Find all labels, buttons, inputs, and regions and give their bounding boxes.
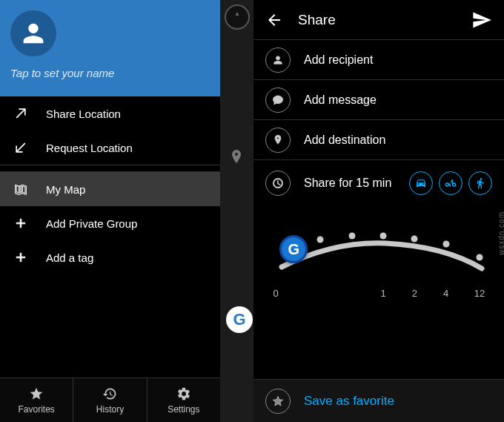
share-for-label: Share for 15 min (304, 177, 391, 190)
message-icon (265, 88, 291, 113)
slider-handle[interactable]: G (279, 235, 308, 263)
share-header: Share (253, 0, 504, 40)
menu-share-location[interactable]: Share Location (0, 96, 220, 131)
share-title: Share (298, 12, 471, 28)
arrow-left-icon (265, 11, 283, 29)
back-button[interactable] (265, 11, 283, 29)
add-recipient-row[interactable]: Add recipient (253, 40, 504, 80)
menu-divider (0, 165, 220, 172)
menu-label: My Map (46, 183, 85, 196)
arrow-down-left-icon (12, 139, 30, 156)
tab-history[interactable]: History (73, 378, 147, 422)
plus-icon (12, 214, 30, 232)
menu-add-private-group[interactable]: Add Private Group (0, 206, 220, 240)
tick-label: 4 (443, 288, 448, 299)
share-for-prefix: Share for (304, 177, 356, 189)
map-pin-icon (228, 148, 245, 166)
share-for-row: Share for 15 min (253, 160, 504, 200)
bike-icon (445, 177, 457, 189)
pin-icon (265, 128, 291, 153)
bottom-tabs: Favorites History Settings (0, 378, 220, 422)
g-badge-icon: G (226, 306, 253, 333)
row-label: Add destination (304, 133, 385, 147)
profile-name-label[interactable]: Tap to set your name (10, 67, 210, 79)
watermark: wsxdn.com (497, 211, 505, 255)
save-favorite-label: Save as favorite (304, 394, 394, 409)
mode-bike[interactable] (439, 171, 462, 195)
compass-icon (231, 11, 243, 23)
add-destination-row[interactable]: Add destination (253, 120, 504, 160)
profile-header[interactable]: Tap to set your name (0, 0, 220, 96)
tick-label: 1 (380, 288, 385, 299)
add-message-row[interactable]: Add message (253, 80, 504, 120)
save-favorite-row[interactable]: Save as favorite (253, 379, 504, 422)
mode-icons (409, 171, 492, 195)
send-button[interactable] (471, 10, 492, 30)
tick-label: 12 (474, 288, 485, 299)
mode-car[interactable] (409, 171, 433, 195)
mode-walk[interactable] (468, 171, 492, 195)
star-outline-icon (265, 389, 291, 414)
menu-label: Request Location (46, 142, 133, 154)
person-icon (265, 47, 291, 73)
plus-icon (12, 248, 30, 266)
person-icon (19, 19, 48, 48)
row-label: Add message (304, 93, 377, 107)
history-icon (102, 386, 117, 401)
tab-label: Settings (168, 404, 199, 415)
send-icon (471, 10, 492, 30)
star-icon (29, 386, 44, 401)
gear-icon (176, 386, 191, 401)
map-icon (12, 180, 30, 198)
tab-settings[interactable]: Settings (147, 378, 220, 422)
row-label: Add recipient (304, 53, 373, 67)
share-for-value: 15 min (356, 177, 391, 189)
tab-favorites[interactable]: Favorites (0, 378, 73, 422)
compass-button[interactable] (225, 4, 250, 30)
tick-label: 0 (273, 288, 278, 299)
menu-label: Add Private Group (46, 217, 137, 230)
menu-label: Add a tag (46, 251, 93, 264)
walk-icon (474, 177, 486, 189)
menu-label: Share Location (46, 108, 121, 120)
menu-my-map[interactable]: My Map (0, 172, 220, 206)
map-sliver: G (220, 0, 253, 422)
duration-slider[interactable]: G 0 1 2 4 12 (253, 200, 504, 311)
left-drawer: Tap to set your name Share Location Requ… (0, 0, 220, 422)
clock-icon (265, 171, 291, 196)
share-panel: Share Add recipient Add message Add dest… (253, 0, 504, 422)
tab-label: History (96, 404, 124, 415)
arrow-up-right-icon (12, 105, 30, 122)
menu-request-location[interactable]: Request Location (0, 131, 220, 165)
car-icon (415, 177, 427, 189)
menu-add-tag[interactable]: Add a tag (0, 240, 220, 274)
tab-label: Favorites (18, 404, 54, 415)
drawer-menu: Share Location Request Location My Map A… (0, 96, 220, 378)
tick-label: 2 (412, 288, 417, 299)
avatar[interactable] (10, 10, 56, 56)
